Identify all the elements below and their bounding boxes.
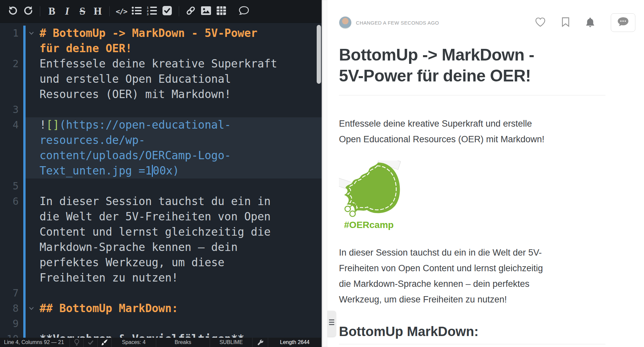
bold-button[interactable]: B (44, 3, 59, 19)
status-length-2644[interactable]: Length 2644 (268, 338, 322, 347)
editor-line-2-wrap2[interactable]: Resources (OER) mit Markdown! (0, 87, 322, 102)
editor-line-1-wrap0[interactable]: 1# BottomUp -> MarkDown - 5V-Power (0, 26, 322, 41)
unordered-list-icon (132, 6, 142, 16)
editor-line-6-wrap5[interactable]: Freiheiten zu nutzen! (0, 270, 322, 286)
fold-gutter (26, 286, 37, 301)
code-segment: Markdown-Sprache kennen – dein (40, 241, 238, 254)
text-line: BottomUp -> MarkDown - (339, 45, 605, 65)
line-number[interactable] (0, 209, 23, 224)
status-check-icon[interactable] (84, 338, 98, 347)
editor-line-2-wrap1[interactable]: und erstelle Open Educational (0, 71, 322, 87)
line-number[interactable]: 5 (0, 178, 23, 194)
code-button[interactable]: </> (114, 3, 129, 19)
editor-line-5[interactable]: 5 (0, 178, 322, 194)
line-number[interactable]: 6 (0, 194, 23, 209)
toc-toggle-handle[interactable] (327, 311, 336, 337)
line-number[interactable] (0, 163, 23, 178)
task-list-button[interactable] (160, 3, 175, 19)
redo-button[interactable] (21, 3, 36, 19)
pane-resize-divider[interactable] (322, 0, 327, 347)
line-number[interactable] (0, 87, 23, 102)
gutter-change-bar (23, 87, 26, 102)
line-number[interactable]: 4 (0, 117, 23, 133)
line-number[interactable] (0, 71, 23, 87)
line-number[interactable]: 9 (0, 316, 23, 331)
text-line: Entfessele deine kreative Superkraft und… (339, 116, 605, 132)
editor-line-6-wrap4[interactable]: perfektes Werkzeug, um diese (0, 255, 322, 270)
editor-line-4-wrap1[interactable]: resources.de/wp- (0, 133, 322, 148)
link-icon (186, 6, 196, 17)
fold-gutter (26, 255, 37, 270)
editor-text: **Verwahren & Vervielfältigen** (37, 331, 322, 338)
line-number[interactable]: 10 (0, 331, 23, 338)
line-number[interactable]: 8 (0, 301, 23, 316)
editor-line-6-wrap2[interactable]: Content und lernst gleichzeitig die (0, 224, 322, 240)
editor-line-10[interactable]: 10**Verwahren & Vervielfältigen** (0, 331, 322, 338)
editor-line-4-wrap2[interactable]: content/uploads/OERCamp-Logo- (0, 148, 322, 163)
fold-chevron-icon[interactable] (26, 301, 37, 316)
editor-line-3[interactable]: 3 (0, 102, 322, 117)
fold-chevron-icon[interactable] (26, 26, 37, 41)
gutter-change-bar (23, 255, 26, 270)
line-number[interactable] (0, 133, 23, 148)
image-button[interactable] (198, 3, 214, 19)
line-number[interactable] (0, 270, 23, 286)
editor-text: Markdown-Sprache kennen – dein (37, 240, 322, 255)
undo-icon (8, 6, 18, 17)
line-number[interactable] (0, 255, 23, 270)
status-spaces-4[interactable]: Spaces: 4 (112, 338, 156, 347)
code-segment: Freiheiten zu nutzen! (40, 271, 178, 284)
line-number[interactable]: 1 (0, 26, 23, 41)
comments-panel-button[interactable] (611, 13, 635, 32)
editor-line-1-wrap1[interactable]: für deine OER! (0, 41, 322, 56)
editor-line-6-wrap0[interactable]: 6In dieser Session tauchst du ein in (0, 194, 322, 209)
editor-scrollbar-thumb[interactable] (317, 25, 321, 84)
line-number[interactable] (0, 148, 23, 163)
gutter-change-bar (23, 26, 26, 41)
fold-gutter (26, 163, 37, 178)
editor-line-4-wrap0[interactable]: 4![](https://open-educational- (0, 117, 322, 133)
code-segment: **Verwahren & Vervielfältigen** (40, 332, 244, 338)
italic-button[interactable]: I (59, 3, 75, 19)
undo-button[interactable] (5, 3, 21, 19)
editor-line-7[interactable]: 7 (0, 286, 322, 301)
like-button[interactable] (535, 17, 546, 28)
notifications-button[interactable] (586, 17, 595, 29)
comment-button[interactable] (236, 3, 252, 19)
line-number[interactable]: 2 (0, 56, 23, 71)
italic-icon: I (65, 5, 69, 17)
line-number[interactable] (0, 41, 23, 56)
status-lightbulb-icon[interactable] (70, 338, 84, 347)
status-line-4-columns-92-21[interactable]: Line 4, Columns 92 — 21 (0, 338, 70, 347)
line-number[interactable] (0, 240, 23, 255)
status-sublime[interactable]: SUBLIME (210, 338, 253, 347)
editor-code-area[interactable]: 1# BottomUp -> MarkDown - 5V-Powerfür de… (0, 23, 322, 338)
heading-button[interactable]: H (90, 3, 105, 19)
status-brush-icon[interactable] (98, 338, 112, 347)
editor-line-6-wrap3[interactable]: Markdown-Sprache kennen – dein (0, 240, 322, 255)
fold-gutter (26, 209, 37, 224)
line-number[interactable]: 7 (0, 286, 23, 301)
editor-text (37, 316, 322, 331)
editor-line-8[interactable]: 8## BottomUp MarkDown: (0, 301, 322, 316)
table-button[interactable] (214, 3, 229, 19)
line-number[interactable]: 3 (0, 102, 23, 117)
editor-line-6-wrap1[interactable]: die Welt der 5V-Freiheiten von Open (0, 209, 322, 224)
bookmark-button[interactable] (562, 17, 570, 29)
code-segment: Content und lernst gleichzeitig die (40, 225, 270, 238)
text-line: Open Educational Resources (OER) mit Mar… (339, 132, 605, 147)
strikethrough-button[interactable]: S (75, 3, 90, 19)
editor-line-4-wrap3[interactable]: Text_unten.jpg =100x) (0, 163, 322, 178)
fold-gutter (26, 87, 37, 102)
editor-line-2-wrap0[interactable]: 2Entfessele deine kreative Superkraft (0, 56, 322, 71)
editor-line-9[interactable]: 9 (0, 316, 322, 331)
status-breaks[interactable]: Breaks (156, 338, 210, 347)
line-number[interactable] (0, 224, 23, 240)
author-avatar[interactable] (339, 16, 352, 29)
status-wrench-icon[interactable] (253, 338, 268, 347)
editor-text: In dieser Session tauchst du ein in (37, 194, 322, 209)
unordered-list-button[interactable] (129, 3, 144, 19)
code-segment: resources.de/wp- (40, 134, 145, 147)
ordered-list-button[interactable]: 123 (144, 3, 160, 19)
link-button[interactable] (183, 3, 198, 19)
